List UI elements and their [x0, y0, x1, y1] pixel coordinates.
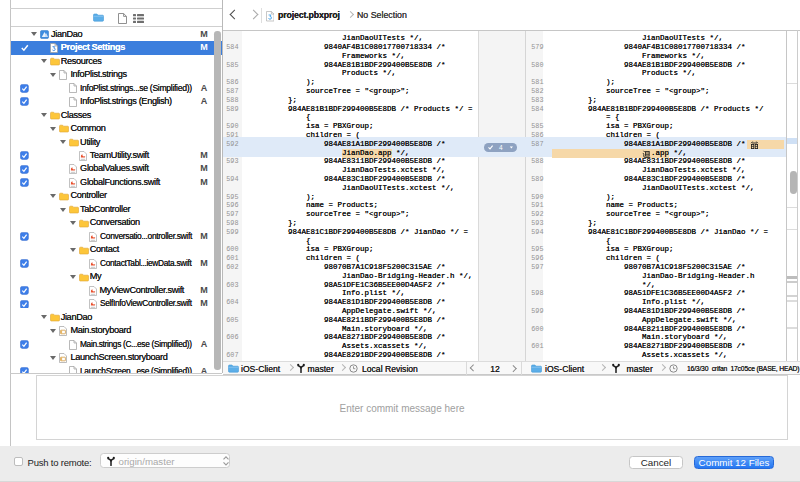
svg-text:4: 4 — [499, 144, 503, 151]
